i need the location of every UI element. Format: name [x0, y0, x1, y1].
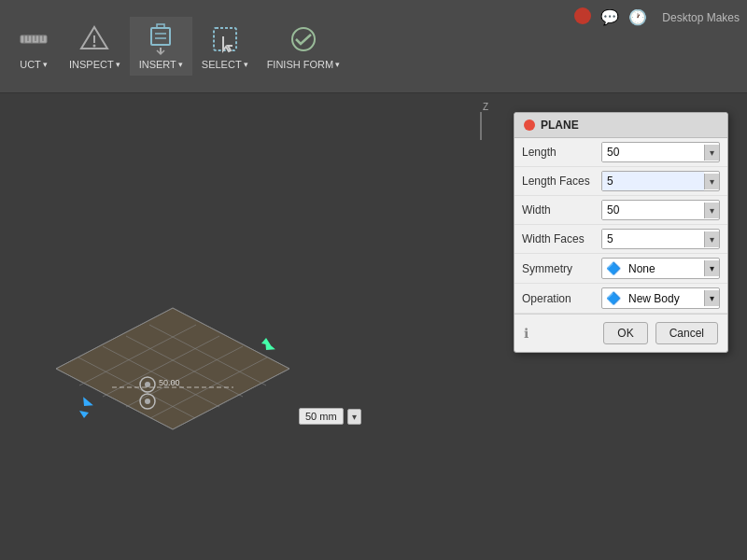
width-label: Width [522, 203, 601, 217]
length-label: Length [522, 146, 601, 159]
finish-form-label: FINISH FORM ▾ [267, 59, 341, 70]
svg-point-15 [292, 28, 315, 50]
panel-close-icon[interactable] [524, 119, 535, 131]
app-title: Desktop Makes [662, 11, 740, 24]
plane-panel: PLANE Length ▾ Length Faces ▾ Width ▾ [514, 112, 728, 353]
finish-form-icon [287, 22, 320, 56]
dimension-value: 50 mm [299, 408, 344, 425]
panel-title: PLANE [541, 119, 579, 132]
operation-dropdown-btn[interactable]: ▾ [704, 290, 719, 306]
inspect-icon [78, 22, 111, 56]
clock-icon[interactable]: 🕐 [628, 8, 647, 27]
width-faces-input-wrap: ▾ [601, 229, 720, 249]
width-row: Width ▾ [514, 196, 727, 225]
inspect-label: INSPECT ▾ [69, 59, 120, 70]
ok-button[interactable]: OK [603, 322, 647, 344]
insert-label: INSERT ▾ [139, 59, 183, 70]
width-faces-row: Width Faces ▾ [514, 225, 727, 254]
svg-marker-33 [261, 338, 271, 345]
svg-point-37 [145, 382, 150, 387]
width-input[interactable] [602, 201, 704, 219]
toolbar-item-product[interactable]: UCT ▾ [7, 17, 60, 76]
toolbar-item-inspect[interactable]: INSPECT ▾ [60, 17, 130, 76]
axis-indicator: Z [462, 103, 500, 149]
svg-text:Z: Z [483, 103, 488, 112]
width-faces-dropdown-btn[interactable]: ▾ [704, 231, 719, 247]
symmetry-select-wrap: 🔷 None ▾ [601, 258, 720, 279]
length-faces-label: Length Faces [522, 175, 601, 188]
symmetry-row: Symmetry 🔷 None ▾ [514, 254, 727, 284]
3d-grid-plane: 50.00 [37, 299, 308, 448]
product-label: UCT ▾ [20, 59, 48, 70]
width-faces-input[interactable] [602, 230, 704, 248]
svg-marker-19 [56, 308, 289, 429]
length-row: Length ▾ [514, 138, 727, 167]
select-label: SELECT ▾ [202, 59, 248, 70]
top-right-area: 💬 🕐 Desktop Makes [574, 7, 740, 27]
svg-point-9 [93, 45, 96, 48]
symmetry-icon: 🔷 [602, 259, 625, 278]
dimension-label-area: 50 mm ▾ [299, 408, 361, 425]
length-faces-input[interactable] [602, 172, 704, 190]
viewport: Z [0, 93, 747, 560]
svg-marker-34 [79, 397, 93, 410]
svg-point-39 [145, 399, 150, 404]
operation-select-wrap: 🔷 New Body ▾ [601, 287, 720, 309]
length-dropdown-btn[interactable]: ▾ [704, 145, 719, 161]
symmetry-value: None [625, 259, 704, 278]
symmetry-dropdown-btn[interactable]: ▾ [704, 260, 719, 276]
product-icon [17, 22, 50, 56]
svg-rect-10 [151, 28, 170, 45]
info-icon[interactable]: ℹ [524, 326, 529, 341]
length-faces-dropdown-btn[interactable]: ▾ [704, 174, 719, 189]
toolbar-item-select[interactable]: SELECT ▾ [192, 17, 258, 76]
operation-value: New Body [625, 289, 704, 308]
insert-icon [144, 22, 177, 56]
toolbar-item-finish-form[interactable]: FINISH FORM ▾ [258, 17, 350, 76]
dimension-unit-dropdown[interactable]: ▾ [347, 409, 361, 425]
symmetry-label: Symmetry [522, 262, 601, 275]
length-input[interactable] [602, 143, 704, 161]
operation-icon: 🔷 [602, 288, 625, 308]
length-input-wrap: ▾ [601, 142, 720, 162]
width-input-wrap: ▾ [601, 200, 720, 220]
operation-label: Operation [522, 292, 601, 305]
cancel-button[interactable]: Cancel [655, 322, 718, 344]
record-icon[interactable] [574, 7, 591, 27]
select-icon [208, 22, 242, 56]
chat-icon[interactable]: 💬 [600, 8, 619, 27]
svg-text:50.00: 50.00 [159, 378, 180, 387]
panel-header: PLANE [514, 113, 727, 138]
panel-buttons: ℹ OK Cancel [514, 314, 727, 352]
operation-row: Operation 🔷 New Body ▾ [514, 284, 727, 314]
width-dropdown-btn[interactable]: ▾ [704, 203, 719, 218]
toolbar-item-insert[interactable]: INSERT ▾ [130, 17, 192, 76]
length-faces-row: Length Faces ▾ [514, 167, 727, 196]
width-faces-label: Width Faces [522, 232, 601, 245]
svg-marker-35 [79, 411, 89, 418]
length-faces-input-wrap: ▾ [601, 171, 720, 191]
